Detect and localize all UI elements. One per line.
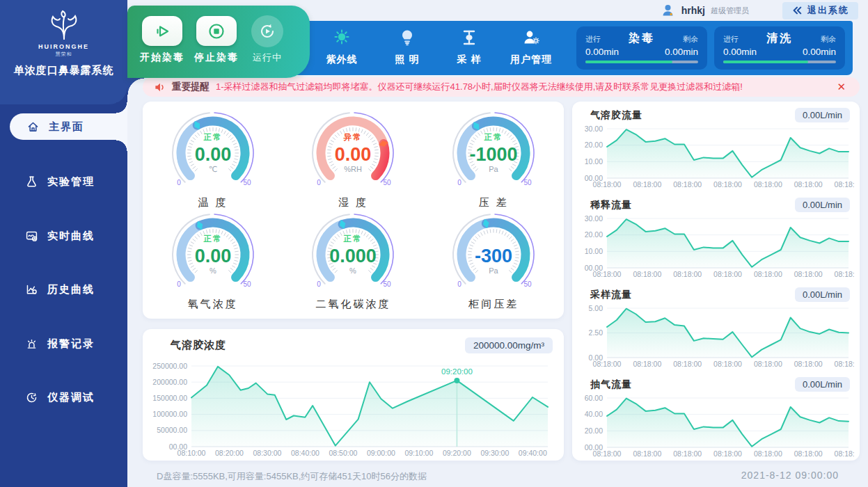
svg-text:08:18:00: 08:18:00 [835,360,854,368]
svg-text:08:18:00: 08:18:00 [754,270,782,278]
sidebar-item-label: 仪器调试 [47,391,95,404]
alarm-siren-icon [25,337,38,351]
sidebar-item-history-curves[interactable]: 历史曲线 [0,276,127,303]
aerosol-concentration-card: 气溶胶浓度 200000.00mg/m³ 250000.00200000.001… [143,329,564,461]
sidebar-item-label: 实时曲线 [47,230,95,243]
toggle-user-management[interactable]: 用户管理 [501,28,561,66]
svg-text:09:20:00: 09:20:00 [441,367,473,376]
exhaust-flow-chart: 60.0040.0020.0000.0008:18:0008:18:0008:1… [576,393,854,458]
gauge-oxygen: 正常0.00%050氧气浓度 [143,210,283,312]
timer-progress-fill [723,61,808,63]
toggle-lighting[interactable]: 照 明 [377,28,437,66]
timer-remaining-value: 0.00min [803,47,836,57]
svg-text:%: % [350,266,357,275]
svg-text:250000.00: 250000.00 [152,362,187,370]
svg-text:0: 0 [177,179,181,186]
sidebar-item-label: 实验管理 [47,175,95,189]
alert-close-icon[interactable]: ✕ [834,81,849,93]
gauge-label: 温 度 [143,196,283,209]
sidebar-item-experiments[interactable]: 实验管理 [0,168,127,195]
gauge-cabinet-pressure: -300Pa050柜间压差 [423,210,564,312]
run-control-panel: 开始染毒 停止染毒 运行中 [127,6,310,78]
svg-text:08:18:00: 08:18:00 [633,360,661,368]
timer-elapsed-label: 进行 [585,34,601,45]
user-role: 超级管理员 [711,6,749,16]
sidebar: HUIRONGHE 慧荣和 单浓度口鼻暴露系统 主界面 实验管理 [0,0,127,487]
svg-text:50: 50 [384,280,392,288]
svg-text:0: 0 [457,179,461,186]
svg-text:50: 50 [243,280,251,288]
chart-title: 抽气流量 [590,378,632,391]
rounded-corner-decoration [127,78,144,95]
svg-text:08:18:00: 08:18:00 [713,449,742,458]
toggle-sampling[interactable]: 采 样 [439,28,499,66]
toggle-sampling-label: 采 样 [439,54,499,66]
gauges-panel: 正常0.00℃050温 度 异常0.00%RH050湿 度 正常-1000Pa0… [143,102,564,319]
svg-text:%RH: %RH [345,165,363,173]
user-gear-icon [521,28,541,47]
start-exposure-label: 开始染毒 [132,51,193,64]
svg-text:10.00: 10.00 [585,157,603,166]
timer-elapsed-value: 0.00min [585,47,619,57]
stop-exposure-button[interactable] [196,16,237,46]
svg-text:0: 0 [177,280,181,288]
timer-card-cleaning: 进行 清洗 剩余 0.00min 0.00min [714,26,845,70]
svg-text:08:18:00: 08:18:00 [593,449,622,458]
svg-text:正常: 正常 [484,133,503,141]
logo-block: HUIRONGHE 慧荣和 单浓度口鼻暴露系统 [0,0,127,104]
svg-text:09:10:00: 09:10:00 [404,449,433,457]
svg-text:08:20:00: 08:20:00 [215,449,244,457]
svg-text:08:18:00: 08:18:00 [713,270,742,278]
double-arrow-left-icon [791,6,803,15]
start-exposure-button[interactable] [142,16,182,46]
svg-text:08:40:00: 08:40:00 [291,449,319,457]
svg-text:08:18:00: 08:18:00 [673,180,702,189]
toggle-uv[interactable]: 紫外线 [312,28,372,66]
running-status-label: 运行中 [239,51,296,64]
chart-title: 稀释流量 [590,199,632,211]
svg-text:08:18:00: 08:18:00 [673,270,702,278]
exit-system-button[interactable]: 退出系统 [782,2,858,19]
sidebar-item-instrument-debug[interactable]: 仪器调试 [0,384,127,410]
gauge-pressure-diff: 正常-1000Pa050压 差 [423,109,564,210]
svg-text:08:18:00: 08:18:00 [633,270,661,278]
chart-value-badge: 0.00L/min [795,377,850,392]
running-status-button[interactable] [251,15,283,47]
svg-text:50: 50 [524,179,532,186]
chart-value-badge: 200000.00mg/m³ [465,337,553,353]
svg-text:%: % [210,266,216,275]
svg-text:08:18:00: 08:18:00 [673,360,702,368]
timer-elapsed-value: 0.00min [723,47,757,57]
gauge-label: 二氧化碳浓度 [283,298,424,311]
timer-phase-name: 清洗 [766,31,793,46]
chart-title: 气溶胶浓度 [171,339,226,352]
svg-text:正常: 正常 [203,234,222,243]
svg-text:08:18:00: 08:18:00 [754,449,782,458]
bulb-icon [397,28,417,47]
svg-text:10.00: 10.00 [585,247,603,255]
svg-text:-300: -300 [475,246,512,266]
sidebar-item-alarm-records[interactable]: 报警记录 [0,330,127,357]
sampling-valve-icon [459,28,479,47]
svg-text:20.00: 20.00 [585,230,603,239]
svg-text:100000.00: 100000.00 [152,410,187,418]
svg-text:08:18:00: 08:18:00 [835,270,854,278]
svg-text:0.00: 0.00 [335,144,372,165]
chart-value-badge: 0.00L/min [795,108,850,122]
timer-phase-name: 染毒 [629,31,655,46]
toggle-lighting-label: 照 明 [377,54,437,66]
sidebar-item-realtime-curves[interactable]: 实时曲线 [0,223,127,249]
svg-text:50: 50 [243,179,251,186]
stop-exposure-label: 停止染毒 [186,51,247,64]
running-refresh-icon [258,22,276,40]
svg-text:20.00: 20.00 [585,141,603,149]
svg-text:0.00: 0.00 [195,246,232,266]
clock-gauge-icon [25,391,38,404]
aerosol-concentration-chart: 250000.00200000.00150000.00100000.005000… [148,355,558,458]
sidebar-item-home[interactable]: 主界面 [10,113,127,140]
gauge-label: 氧气浓度 [143,298,283,311]
svg-text:异常: 异常 [343,133,363,141]
sidebar-item-label: 历史曲线 [47,283,95,296]
aerosol-flow-chart: 30.0020.0010.0000.0008:18:0008:18:0008:1… [576,124,854,189]
svg-text:08:50:00: 08:50:00 [329,449,357,457]
